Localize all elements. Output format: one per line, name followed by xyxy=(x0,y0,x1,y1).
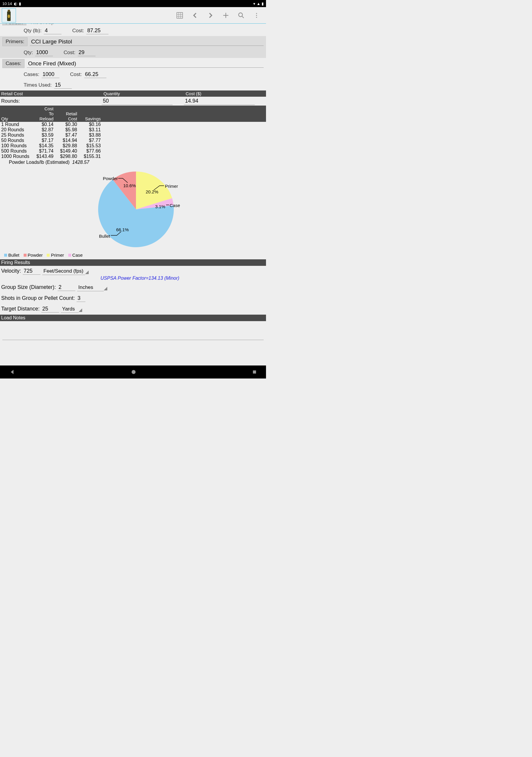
legend-label: Case xyxy=(73,253,83,257)
group-size-input[interactable] xyxy=(58,284,75,291)
sh-savings: Savings xyxy=(78,106,102,121)
primers-row: Primers: xyxy=(0,36,266,47)
velocity-input[interactable] xyxy=(23,268,41,275)
cases-cost-label: Cost: xyxy=(70,72,82,77)
next-icon[interactable] xyxy=(203,7,218,24)
group-unit-dropdown[interactable]: Inches xyxy=(77,284,104,291)
powder-row-partial: Powder: TiteGroup xyxy=(0,24,266,25)
savings-cost: $3.59 xyxy=(33,133,55,138)
svg-point-14 xyxy=(132,370,135,374)
primers-cost-input[interactable] xyxy=(78,49,96,56)
cases-cost-input[interactable] xyxy=(84,71,106,78)
savings-row: 1 Round$0.14$0.30$0.16 xyxy=(0,122,266,127)
savings-savings: $77.66 xyxy=(78,148,102,154)
savings-cost: $71.74 xyxy=(33,148,55,154)
powder-cost-label: Cost: xyxy=(72,28,84,34)
powder-loads-row: Powder Loads/lb (Estimated) 1428.57 xyxy=(0,159,266,166)
status-icon: ▮ xyxy=(19,1,21,6)
savings-row: 50 Rounds$7.17$14.94$7.77 xyxy=(0,138,266,143)
savings-retail: $298.80 xyxy=(55,154,78,159)
sh-qty: Qty xyxy=(0,106,33,121)
nav-recent-icon[interactable] xyxy=(252,369,257,375)
savings-savings: $155.31 xyxy=(78,154,102,159)
cases-name-input[interactable] xyxy=(27,60,264,68)
savings-qty: 1000 Rounds xyxy=(0,154,33,159)
primers-cost-label: Cost: xyxy=(64,50,75,56)
cases-times-row: Times Used: xyxy=(0,80,266,90)
cases-qty-input[interactable] xyxy=(42,71,59,78)
legend-swatch xyxy=(47,254,50,257)
primers-qty-label: Qty: xyxy=(24,50,33,56)
shots-row: Shots in Group or Pellet Count: xyxy=(0,293,266,304)
legend-swatch xyxy=(24,254,27,257)
group-size-label: Group Size (Diameter): xyxy=(1,284,56,290)
retail-rounds-label: Rounds: xyxy=(0,98,102,104)
powder-name-partial: TiteGroup xyxy=(30,24,54,25)
primers-name-input[interactable] xyxy=(30,38,264,46)
android-status-bar: 10:14 ◐ ▮ ▾ ▲ ▮ xyxy=(0,0,266,7)
more-icon[interactable] xyxy=(249,7,264,24)
prev-icon[interactable] xyxy=(187,7,203,24)
powder-label-button[interactable]: Powder: xyxy=(2,24,26,25)
app-toolbar xyxy=(0,7,266,24)
powder-cost-input[interactable] xyxy=(86,27,108,34)
powder-qty-row: Qty (lb): Cost: xyxy=(0,25,266,36)
savings-qty: 100 Rounds xyxy=(0,143,33,148)
primers-label-button[interactable]: Primers: xyxy=(2,37,27,46)
retail-header: Retail Cost Quantity Cost ($) xyxy=(0,90,266,97)
grid-icon[interactable] xyxy=(172,7,187,24)
savings-row: 500 Rounds$71.74$149.40$77.66 xyxy=(0,148,266,154)
savings-row: 25 Rounds$3.59$7.47$3.88 xyxy=(0,133,266,138)
svg-point-11 xyxy=(256,13,257,14)
cases-label-button[interactable]: Cases: xyxy=(2,59,24,68)
load-notes-textarea[interactable] xyxy=(2,322,264,340)
load-notes-title: Load Notes xyxy=(0,315,266,321)
savings-qty: 1 Round xyxy=(0,122,33,127)
cases-times-input[interactable] xyxy=(54,82,72,89)
savings-retail: $5.98 xyxy=(55,127,78,133)
distance-input[interactable] xyxy=(42,305,59,313)
savings-cost: $143.49 xyxy=(33,154,55,159)
powder-loads-label: Powder Loads/lb (Estimated) xyxy=(9,160,70,165)
legend-item: Powder xyxy=(24,253,43,257)
legend-label: Primer xyxy=(51,253,64,257)
retail-cost-input[interactable] xyxy=(184,97,255,105)
status-time: 10:14 xyxy=(2,1,12,6)
nav-home-icon[interactable] xyxy=(131,369,136,375)
distance-unit-dropdown[interactable]: Yards xyxy=(61,305,79,313)
primers-qty-input[interactable] xyxy=(35,49,53,56)
shots-input[interactable] xyxy=(76,295,85,302)
savings-qty: 25 Rounds xyxy=(0,133,33,138)
savings-header: Qty CostToReload RetailCost Savings xyxy=(0,106,266,122)
signal-icon: ▲ xyxy=(256,1,260,6)
cases-qty-row: Cases: Cost: xyxy=(0,69,266,80)
powder-loads-value: 1428.57 xyxy=(72,160,89,165)
legend-label: Powder xyxy=(28,253,43,257)
cases-cases-label: Cases: xyxy=(24,72,39,77)
retail-h2: Quantity xyxy=(102,91,184,96)
app-icon[interactable] xyxy=(2,8,16,22)
wifi-icon: ▾ xyxy=(253,1,255,6)
svg-rect-15 xyxy=(253,371,256,374)
powder-qty-input[interactable] xyxy=(44,27,62,34)
cases-row: Cases: xyxy=(0,58,266,69)
firing-results-title: Firing Results xyxy=(0,259,266,266)
chart-leader-lines xyxy=(0,168,266,251)
savings-retail: $149.40 xyxy=(55,148,78,154)
savings-savings: $7.77 xyxy=(78,138,102,143)
retail-qty-input[interactable] xyxy=(102,97,173,105)
status-icon: ◐ xyxy=(14,1,17,6)
shots-label: Shots in Group or Pellet Count: xyxy=(1,295,75,301)
savings-qty: 20 Rounds xyxy=(0,127,33,133)
search-icon[interactable] xyxy=(233,7,249,24)
savings-retail: $0.30 xyxy=(55,122,78,127)
savings-retail: $29.88 xyxy=(55,143,78,148)
svg-line-10 xyxy=(242,16,244,18)
add-icon[interactable] xyxy=(218,7,233,24)
battery-icon: ▮ xyxy=(262,1,264,6)
savings-qty: 50 Rounds xyxy=(0,138,33,143)
sh-cost: CostToReload xyxy=(33,106,55,121)
velocity-unit-dropdown[interactable]: Feet/Second (fps) xyxy=(42,268,85,275)
nav-back-icon[interactable] xyxy=(9,369,15,375)
savings-savings: $3.88 xyxy=(78,133,102,138)
